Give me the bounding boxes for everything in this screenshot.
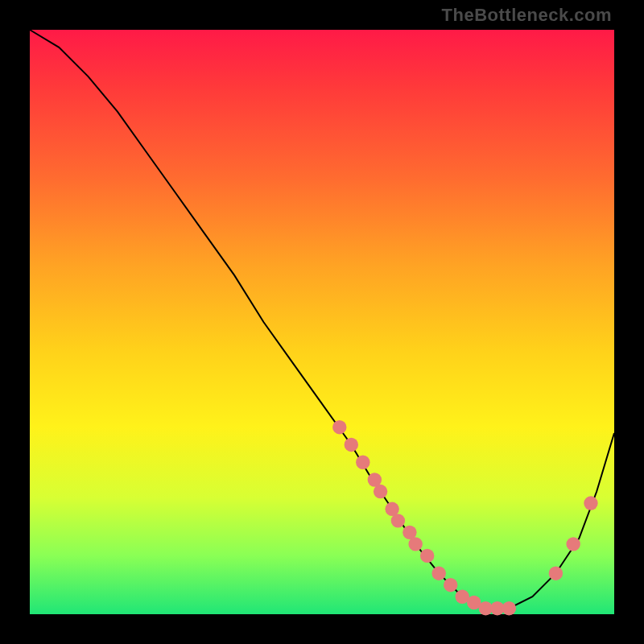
sample-dot xyxy=(444,578,457,592)
bottleneck-curve-path xyxy=(30,30,614,609)
sample-dot xyxy=(332,420,346,434)
sample-dot xyxy=(549,566,563,580)
sample-dot xyxy=(374,485,387,498)
sample-dot xyxy=(431,566,445,580)
sample-dot xyxy=(408,537,422,551)
watermark-text: TheBottleneck.com xyxy=(442,5,612,26)
sample-dot xyxy=(566,537,580,551)
chart-stage: TheBottleneck.com xyxy=(0,0,644,644)
sample-dot xyxy=(345,438,358,452)
sample-dot xyxy=(391,514,405,527)
sample-dot xyxy=(502,601,516,615)
curve-layer xyxy=(30,30,614,614)
sample-dot xyxy=(584,496,597,510)
sample-dots-group xyxy=(332,420,598,615)
sample-dot xyxy=(356,456,369,469)
sample-dot xyxy=(420,549,434,563)
